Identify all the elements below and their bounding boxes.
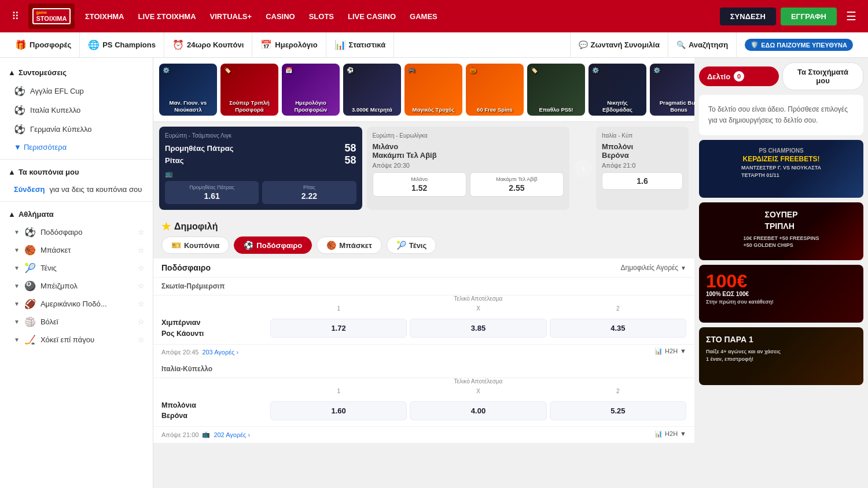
live-odds-btn-2-0[interactable]: 1.6	[602, 172, 683, 190]
odds-cell-0-0[interactable]: 1.72	[270, 319, 407, 338]
carousel-card-8[interactable]: ⚙️ Pragmatic Buy Bonus	[650, 64, 694, 116]
login-link[interactable]: Σύνδεση	[14, 185, 45, 194]
nav-games[interactable]: GAMES	[404, 9, 443, 24]
coupon-icon: ⏰	[172, 39, 184, 50]
chevron-up-icon: ▲	[8, 68, 16, 77]
sports-section[interactable]: ▲ Αθλήματα	[0, 205, 153, 223]
favorite-icon-3[interactable]: ☆	[138, 264, 145, 272]
football-icon: ⚽	[24, 227, 36, 238]
live-match-card-0: Ευρώπη - Τσάμπιονς Λιγκ Προμηθέας Πάτρας…	[159, 127, 362, 210]
odds-cell-1-0[interactable]: 1.60	[270, 401, 407, 420]
promo-card-2[interactable]: 100€ 100% ΕΩΣ 100€ Στην πρώτη σου κατάθε…	[699, 265, 863, 323]
shortcut-efl-cup[interactable]: ⚽ Αγγλία EFL Cup	[0, 82, 153, 101]
carousel-card-4[interactable]: 🎮 Μαγικός Τροχός	[404, 64, 462, 116]
nav-stoixima[interactable]: ΣΤΟΙΧΗΜΑ	[79, 9, 130, 24]
my-bets-button[interactable]: Τα Στοιχήματά μου	[782, 62, 863, 90]
american-football-icon: 🏈	[24, 298, 36, 309]
more-shortcuts-button[interactable]: ▼ Περισσότερα	[0, 139, 153, 156]
logo[interactable]: game STOIXIMA	[28, 3, 75, 29]
promo-card-3[interactable]: ΣΤΟ ΠΑΡΑ 1 Παίξε 4+ αγώνες και αν χάσεις…	[699, 327, 863, 385]
match-time-1: Απόψε 21:00	[161, 431, 198, 438]
odds-cell-1-1[interactable]: 4.00	[410, 401, 546, 420]
live-odds-btn-1-1[interactable]: Μακάμπι Τελ Αβίβ 2.55	[470, 172, 564, 197]
carousel-icon-7: ⚙️	[592, 67, 599, 73]
sec-nav-ps-champions[interactable]: 🌐 PS Champions	[80, 32, 164, 58]
sec-nav-24h-coupon[interactable]: ⏰ 24ωρο Κουπόνι	[164, 32, 252, 58]
nav-casino[interactable]: CASINO	[260, 9, 301, 24]
my-coupons-section[interactable]: ▲ Τα κουπόνια μου	[0, 163, 153, 181]
promo-card-1[interactable]: ΣΟΥΠΕΡΤΡΙΠΛΗ 10€ FREEBET +50 FREESPINS+5…	[699, 202, 863, 260]
odds-cell-0-2[interactable]: 4.35	[550, 319, 686, 338]
carousel-card-6[interactable]: 🏷️ Επαθλο PS5!	[527, 64, 585, 116]
sec-nav-calendar[interactable]: 📅 Ημερολόγιο	[252, 32, 326, 58]
favorite-icon-4[interactable]: ☆	[138, 282, 145, 290]
tab-football[interactable]: ⚽ Ποδόσφαιρο	[234, 236, 312, 254]
sec-nav-offers[interactable]: 🎁 Προσφορές	[7, 32, 80, 58]
carousel-icon-1: 🏷️	[224, 67, 231, 73]
match-team1-0: Χιμπέρνιαν	[161, 317, 266, 328]
efl-cup-icon: ⚽	[14, 86, 25, 97]
sport-tennis[interactable]: ▼ 🎾 Τένις ☆	[0, 259, 153, 277]
sport-football[interactable]: ▼ ⚽ Ποδόσφαιρο ☆	[0, 223, 153, 241]
sport-baseball[interactable]: ▼ 🎱 Μπέιζμπολ ☆	[0, 277, 153, 295]
match-markets-link-1[interactable]: 202 Αγορές ›	[214, 431, 250, 438]
carousel-card-1[interactable]: 🏷️ Σούπερ Τριπλή Προσφορά	[220, 64, 278, 116]
h2h-button-1[interactable]: 📊 H2H ▼	[654, 430, 686, 438]
carousel-card-0[interactable]: ⚙️ Μαν. Γιουν. vs Νιούκαστλ	[159, 64, 217, 116]
responsible-gaming-badge[interactable]: 🛡️ ΕΔΩ ΠΑΙΖΟΥΜΕ ΥΠΕΥΘΥΝΑ	[736, 32, 861, 58]
live-odds-btn-1-0[interactable]: Μιλάνο 1.52	[373, 172, 466, 197]
carousel-card-7[interactable]: ⚙️ Νικητής Εβδομάδας	[589, 64, 646, 116]
live-next-arrow[interactable]: ›	[574, 159, 593, 178]
grid-icon[interactable]: ⠿	[7, 8, 24, 25]
popular-markets-button[interactable]: Δημοφιλείς Αγορές ▼	[620, 264, 686, 272]
col-header-x-1: Χ	[410, 388, 546, 394]
carousel-card-2[interactable]: 📅 Ημερολόγιο Προσφορών	[282, 64, 340, 116]
col-header-x-0: Χ	[410, 305, 546, 312]
popular-tabs: 🎫 Κουπόνια ⚽ Ποδόσφαιρο 🏀 Μπάσκετ 🎾 Τένι…	[153, 236, 694, 258]
favorite-icon-6[interactable]: ☆	[138, 317, 145, 326]
baseball-icon: 🎱	[24, 280, 36, 291]
login-button[interactable]: ΣΥΝΔΕΣΗ	[720, 8, 776, 25]
favorite-icon-5[interactable]: ☆	[138, 300, 145, 308]
sec-nav-statistics[interactable]: 📊 Στατιστικά	[326, 32, 395, 58]
tab-coupons[interactable]: 🎫 Κουπόνια	[161, 236, 229, 254]
nav-virtuals[interactable]: VIRTUALS+	[204, 9, 258, 24]
match-team1-1: Μπολόνια	[161, 400, 266, 411]
chevron-down-markets-icon: ▼	[681, 265, 686, 271]
live-odds-btn-0-0[interactable]: Προμηθέας Πάτρας 1.61	[165, 181, 259, 204]
live-chat-button[interactable]: 💬 Ζωντανή Συνομιλία	[570, 32, 668, 58]
odds-cell-0-1[interactable]: 3.85	[410, 319, 546, 338]
nav-live-stoixima[interactable]: LIVE ΣΤΟΙΧΗΜΑ	[133, 9, 202, 24]
coupon-tab-icon: 🎫	[171, 241, 181, 250]
betslip-button[interactable]: Δελτίο 0	[699, 66, 779, 86]
search-button[interactable]: 🔍 Αναζήτηση	[668, 32, 736, 58]
shortcut-germany-cup[interactable]: ⚽ Γερμανία Κύπελλο	[0, 120, 153, 139]
sport-volleyball[interactable]: ▼ 🏐 Βόλεϊ ☆	[0, 313, 153, 331]
hamburger-icon[interactable]: ☰	[841, 7, 861, 25]
popular-header: ★ Δημοφιλή	[153, 215, 694, 236]
tab-basketball[interactable]: 🏀 Μπάσκετ	[317, 236, 382, 254]
coupon-login-prompt[interactable]: Σύνδεση για να δεις τα κουπόνια σου	[0, 181, 153, 198]
chevron-down-icon-6: ▼	[14, 301, 20, 307]
nav-slots[interactable]: SLOTS	[303, 9, 340, 24]
tab-tennis[interactable]: 🎾 Τένις	[387, 236, 436, 254]
shortcut-italia-cup[interactable]: ⚽ Ιταλία Κυπελλο	[0, 101, 153, 120]
sport-ice-hockey[interactable]: ▼ 🏒 Χόκεϊ επί πάγου ☆	[0, 331, 153, 349]
live-odds-btn-0-1[interactable]: Ρίτας 2.22	[262, 181, 356, 204]
shortcuts-section[interactable]: ▲ Συντομεύσεις	[0, 64, 153, 82]
live-match-card-1: Ευρώπη - Ευρωλίγκα Μιλάνο Μακάμπι Τελ Αβ…	[367, 127, 570, 210]
promo-card-0[interactable]: PS CHAMPIONS ΚΕΡΔΙΖΕΙΣ FREEBETS! ΜΑΝΤΣΕΣ…	[699, 140, 863, 198]
sport-american-football[interactable]: ▼ 🏈 Αμερικάνικο Ποδό... ☆	[0, 295, 153, 313]
sport-basketball[interactable]: ▼ 🏀 Μπάσκετ ☆	[0, 241, 153, 259]
favorite-icon[interactable]: ☆	[138, 228, 145, 236]
register-button[interactable]: ΕΓΓΡΑΦΗ	[781, 8, 837, 25]
favorite-icon-7[interactable]: ☆	[138, 335, 145, 344]
content-area: ⚙️ Μαν. Γιουν. vs Νιούκαστλ 🏷️ Σούπερ Τρ…	[153, 58, 694, 488]
carousel-card-3[interactable]: ⚽ 3.000€ Μετρητά	[343, 64, 401, 116]
odds-cell-1-2[interactable]: 5.25	[550, 401, 686, 420]
carousel-card-5[interactable]: 🎃 60 Free Spins	[466, 64, 524, 116]
match-markets-link-0[interactable]: 203 Αγορές ›	[202, 349, 238, 356]
h2h-button-0[interactable]: 📊 H2H ▼	[654, 347, 686, 355]
favorite-icon-2[interactable]: ☆	[138, 246, 145, 254]
nav-live-casino[interactable]: LIVE CASINO	[342, 9, 402, 24]
